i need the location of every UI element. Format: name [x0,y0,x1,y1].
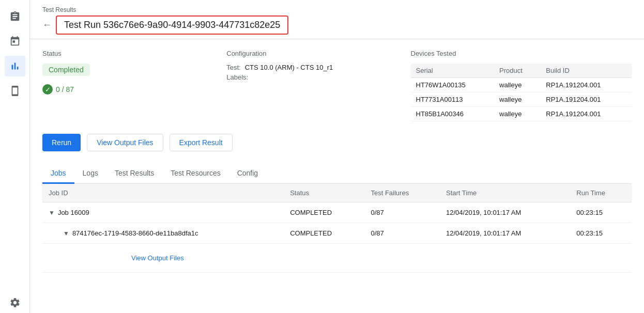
job-id-value: 874176ec-1719-4583-8660-de11ba8dfa1c [72,229,198,237]
view-output-button[interactable]: View Output Files [87,134,163,151]
sidebar-icon-settings[interactable] [5,292,25,313]
job-start-time: 12/04/2019, 10:01:17 AM [440,223,570,244]
devices-table-row: HT7731A00113 walleye RP1A.191204.001 [411,92,632,107]
back-button[interactable]: ← [42,20,52,30]
device-product: walleye [494,78,541,92]
device-product: walleye [494,107,541,121]
devices-col-build: Build ID [541,64,632,78]
main-content: Test Results ← Test Run 536c76e6-9a90-49… [30,0,644,313]
jobs-col-runtime: Run Time [570,184,632,202]
test-run-title: Test Run 536c76e6-9a90-4914-9903-447731c… [56,15,288,35]
tab-test-results[interactable]: Test Results [106,164,162,184]
sidebar-icon-phone[interactable] [5,81,25,101]
tab-logs[interactable]: Logs [74,164,106,184]
config-labels-label: Labels: [226,73,248,81]
sidebar-icon-calendar[interactable] [5,31,25,52]
rerun-button[interactable]: Rerun [42,134,81,151]
header: Test Results ← Test Run 536c76e6-9a90-49… [30,0,644,39]
breadcrumb: Test Results [42,6,632,13]
pass-count: ✓ 0 / 87 [42,84,226,95]
tab-test-resources[interactable]: Test Resources [162,164,228,184]
status-block: Status Completed ✓ 0 / 87 [42,50,226,95]
view-output-cell: View Output Files [42,244,632,273]
device-build-id: RP1A.191204.001 [541,92,632,107]
devices-table-header-row: Serial Product Build ID [411,64,632,78]
devices-block: Devices Tested Serial Product Build ID H… [411,50,632,121]
job-run-time: 00:23:15 [570,202,632,223]
jobs-col-failures: Test Failures [364,184,440,202]
export-result-button[interactable]: Export Result [170,134,233,151]
job-test-failures: 0/87 [364,202,440,223]
config-test-label: Test: [226,64,240,71]
job-status: COMPLETED [284,223,364,244]
configuration-block: Configuration Test: CTS 10.0 (ARM) - CTS… [226,50,410,83]
status-badge: Completed [42,64,90,76]
tab-jobs[interactable]: Jobs [42,164,74,184]
device-build-id: RP1A.191204.001 [541,78,632,92]
job-id-value: Job 16009 [58,209,89,216]
check-circle-icon: ✓ [42,84,53,95]
device-product: walleye [494,92,541,107]
status-title: Status [42,50,226,57]
job-test-failures: 0/87 [364,223,440,244]
jobs-col-status: Status [284,184,364,202]
device-serial: HT7731A00113 [411,92,495,107]
expand-icon[interactable]: ▼ [49,209,55,216]
sidebar-icon-clipboard[interactable] [5,6,25,27]
pass-count-value: 0 / 87 [56,85,74,93]
view-output-row: View Output Files [42,244,632,273]
sidebar-icon-analytics[interactable] [5,56,25,76]
device-build-id: RP1A.191204.001 [541,107,632,121]
tab-config[interactable]: Config [229,164,266,184]
content-area: Status Completed ✓ 0 / 87 Configuration … [30,39,644,313]
devices-col-product: Product [494,64,541,78]
job-id-cell: ▼874176ec-1719-4583-8660-de11ba8dfa1c [42,223,284,244]
device-serial: HT76W1A00135 [411,78,495,92]
jobs-col-id: Job ID [42,184,284,202]
config-table: Test: CTS 10.0 (ARM) - CTS 10_r1 Labels: [226,64,410,81]
expand-icon[interactable]: ▼ [63,230,69,237]
config-row-labels: Labels: [226,73,410,81]
devices-table-row: HT76W1A00135 walleye RP1A.191204.001 [411,78,632,92]
view-output-link[interactable]: View Output Files [49,250,625,266]
configuration-title: Configuration [226,50,410,57]
config-row-test: Test: CTS 10.0 (ARM) - CTS 10_r1 [226,64,410,71]
job-status: COMPLETED [284,202,364,223]
jobs-table-row: ▼Job 16009 COMPLETED 0/87 12/04/2019, 10… [42,202,632,223]
jobs-table-header-row: Job ID Status Test Failures Start Time R… [42,184,632,202]
jobs-table: Job ID Status Test Failures Start Time R… [42,184,632,273]
devices-title: Devices Tested [411,50,632,57]
jobs-col-start: Start Time [440,184,570,202]
job-start-time: 12/04/2019, 10:01:17 AM [440,202,570,223]
sidebar [0,0,30,313]
job-id-cell: ▼Job 16009 [42,202,284,223]
devices-table: Serial Product Build ID HT76W1A00135 wal… [411,64,632,121]
devices-col-serial: Serial [411,64,495,78]
info-section: Status Completed ✓ 0 / 87 Configuration … [42,50,632,121]
devices-table-row: HT85B1A00346 walleye RP1A.191204.001 [411,107,632,121]
action-buttons: Rerun View Output Files Export Result [42,134,632,151]
config-test-value: CTS 10.0 (ARM) - CTS 10_r1 [245,64,333,71]
tabs: JobsLogsTest ResultsTest ResourcesConfig [42,164,632,184]
jobs-table-row: ▼874176ec-1719-4583-8660-de11ba8dfa1c CO… [42,223,632,244]
device-serial: HT85B1A00346 [411,107,495,121]
job-run-time: 00:23:15 [570,223,632,244]
